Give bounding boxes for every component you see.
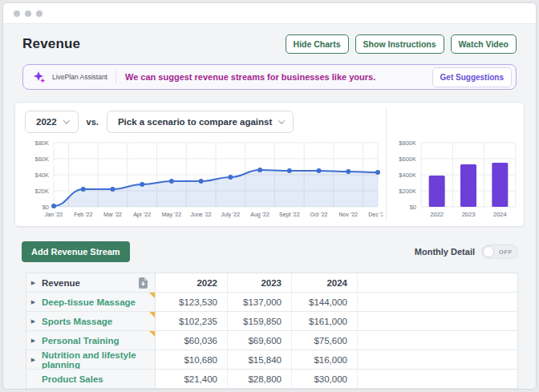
value-cell[interactable]: $102,235: [156, 312, 228, 331]
value-cell[interactable]: $16,000: [292, 350, 358, 370]
table-row: ▶Deep-tissue Massage$123,530$137,000$144…: [26, 293, 517, 312]
window-control-dot[interactable]: [25, 10, 31, 17]
expand-all-arrow[interactable]: ▶: [26, 273, 40, 293]
header-actions: Hide Charts Show Instructions Watch Vide…: [286, 34, 517, 54]
revenue-stream-name-cell[interactable]: Personal Training: [40, 331, 156, 350]
add-revenue-stream-button[interactable]: Add Revenue Stream: [22, 241, 130, 262]
value-cell[interactable]: $60,036: [156, 331, 228, 350]
value-cell[interactable]: $137,000: [228, 293, 292, 312]
toggle-state-label: OFF: [499, 249, 513, 256]
annual-revenue-bar-chart: $0$200K$400K$600K$800K202220232024: [387, 136, 522, 223]
import-data-icon[interactable]: [138, 277, 148, 289]
assistant-label: LivePlan Assistant: [52, 73, 107, 81]
table-header-year[interactable]: 2023: [228, 273, 292, 293]
assistant-banner: LivePlan Assistant We can suggest revenu…: [22, 64, 517, 90]
table-header-label: Revenue: [42, 278, 80, 288]
value-cell[interactable]: $144,000: [292, 293, 358, 312]
value-cell[interactable]: $69,600: [228, 331, 292, 350]
value-cell[interactable]: $10,680: [156, 350, 228, 370]
row-expand-arrow[interactable]: ▶: [26, 331, 40, 350]
svg-text:2023: 2023: [462, 211, 476, 218]
svg-text:Apr '22: Apr '22: [133, 212, 151, 218]
svg-text:$800K: $800K: [399, 139, 417, 147]
revenue-stream-name-cell[interactable]: Nutrition and lifestyle planning: [40, 350, 156, 370]
svg-text:$20K: $20K: [34, 188, 49, 195]
hide-charts-button[interactable]: Hide Charts: [286, 34, 349, 54]
table-header-revenue: Revenue: [40, 273, 156, 293]
window-titlebar: [3, 3, 536, 24]
revenue-stream-name: Product Sales: [42, 374, 103, 384]
svg-text:June '22: June '22: [191, 212, 212, 217]
row-expand-arrow[interactable]: ▶: [26, 312, 40, 331]
empty-header-cell: [358, 273, 517, 293]
year-select[interactable]: 2022: [25, 111, 79, 133]
table-toolbar: Add Revenue Stream Monthly Detail OFF: [22, 241, 518, 262]
svg-text:Dec '22: Dec '22: [368, 212, 383, 217]
revenue-table: ▶ Revenue 2022 2023 2024 ▶Deep-tissue Ma…: [26, 273, 518, 390]
monthly-detail-toggle[interactable]: OFF: [481, 244, 518, 259]
svg-text:Aug '22: Aug '22: [250, 212, 270, 218]
value-cell[interactable]: $159,850: [228, 312, 292, 331]
window-control-dot[interactable]: [14, 10, 20, 17]
value-cell[interactable]: $75,600: [292, 331, 358, 350]
sparkle-icon: [33, 71, 47, 84]
value-cell[interactable]: $161,000: [292, 312, 358, 331]
svg-text:Mar '22: Mar '22: [103, 212, 122, 217]
window-control-dot[interactable]: [36, 10, 43, 17]
svg-text:$600K: $600K: [399, 156, 417, 163]
empty-cell: [358, 312, 517, 331]
row-expand-arrow[interactable]: ▶: [26, 389, 40, 390]
monthly-chart-section: 2022 vs. Pick a scenario to compare agai…: [15, 103, 386, 226]
revenue-stream-name: Nutrition and lifestyle planning: [42, 350, 155, 370]
value-cell[interactable]: $30,000: [292, 370, 358, 389]
annual-chart-section: $0$200K$400K$600K$800K202220232024: [387, 103, 524, 226]
chart-controls: 2022 vs. Pick a scenario to compare agai…: [25, 111, 383, 133]
svg-text:$200K: $200K: [399, 188, 417, 195]
table-row: ▶Sports Massage$102,235$159,850$161,000: [26, 312, 517, 331]
revenue-stream-name-cell[interactable]: Product Sales: [40, 370, 156, 389]
svg-text:$400K: $400K: [399, 172, 417, 179]
table-row: ▶Nutrition and lifestyle planning$10,680…: [26, 350, 517, 370]
note-marker-icon: [149, 312, 155, 317]
svg-text:2024: 2024: [493, 211, 507, 218]
table-header-year[interactable]: 2024: [292, 273, 358, 293]
note-marker-icon: [149, 331, 155, 337]
scenario-select[interactable]: Pick a scenario to compare against: [107, 111, 294, 133]
get-suggestions-button[interactable]: Get Suggestions: [432, 67, 512, 87]
charts-card: 2022 vs. Pick a scenario to compare agai…: [14, 102, 525, 227]
row-expand-arrow[interactable]: ▶: [26, 350, 40, 370]
show-instructions-button[interactable]: Show Instructions: [355, 34, 444, 54]
value-cell[interactable]: $15,840: [228, 350, 292, 370]
value-cell[interactable]: $102,000: [292, 389, 358, 390]
svg-text:Nov '22: Nov '22: [339, 212, 359, 217]
page-header: Revenue Hide Charts Show Instructions Wa…: [22, 34, 517, 54]
empty-cell: [358, 293, 517, 312]
svg-text:Sept '22: Sept '22: [279, 212, 300, 218]
table-row: ▶Personal Training$60,036$69,600$75,600: [26, 331, 517, 350]
value-cell[interactable]: $28,800: [228, 370, 292, 389]
value-cell[interactable]: $78,000: [156, 389, 228, 390]
monthly-detail-control: Monthly Detail OFF: [415, 244, 518, 259]
chevron-down-icon: [278, 117, 285, 123]
table-row: Product Sales$21,400$28,800$30,000: [26, 370, 517, 389]
value-cell[interactable]: $123,530: [156, 293, 228, 312]
row-expand-arrow[interactable]: [26, 370, 40, 389]
table-body: ▶Deep-tissue Massage$123,530$137,000$144…: [26, 293, 517, 390]
empty-cell: [358, 370, 517, 389]
table-header-row: ▶ Revenue 2022 2023 2024: [26, 273, 517, 293]
row-expand-arrow[interactable]: ▶: [26, 293, 40, 312]
table-header-year[interactable]: 2022: [156, 273, 228, 293]
value-cell[interactable]: $102,000: [228, 389, 292, 390]
svg-text:Oct '22: Oct '22: [310, 212, 328, 217]
revenue-stream-name: Personal Training: [42, 336, 120, 346]
revenue-stream-name-cell[interactable]: Deep-tissue Massage: [40, 293, 156, 312]
revenue-stream-name: Sports Massage: [42, 317, 112, 326]
revenue-stream-name-cell[interactable]: Sports Massage: [40, 312, 156, 331]
scenario-select-placeholder: Pick a scenario to compare against: [118, 117, 272, 127]
revenue-stream-name: Deep-tissue Massage: [42, 297, 136, 307]
assistant-message: We can suggest revenue streams for busin…: [125, 72, 432, 82]
value-cell[interactable]: $21,400: [156, 370, 228, 389]
watch-video-button[interactable]: Watch Video: [451, 34, 517, 54]
empty-cell: [358, 389, 517, 390]
revenue-stream-name-cell[interactable]: Massage Therapy: [40, 389, 156, 390]
